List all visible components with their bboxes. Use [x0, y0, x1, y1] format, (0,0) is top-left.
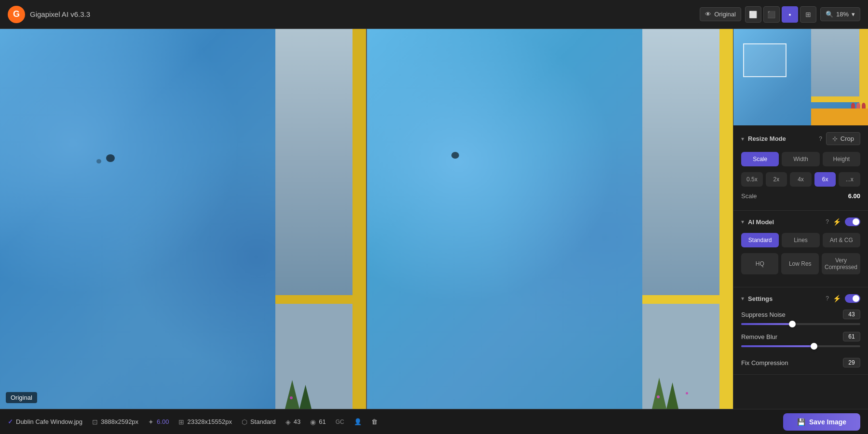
bottom-bar: ✓ Dublin Cafe Window.jpg ⊡ 3888x2592px ✦…: [0, 409, 868, 434]
app-name: Gigapixel AI v6.3.3: [30, 10, 90, 18]
filename: Dublin Cafe Window.jpg: [16, 418, 82, 425]
original-image: [0, 29, 366, 409]
remove-blur-slider: Remove Blur 61: [741, 332, 860, 347]
ai-model-toggle[interactable]: [845, 217, 860, 226]
suppress-noise-slider: Suppress Noise 43: [741, 310, 860, 325]
suppress-noise-value: 43: [843, 310, 860, 319]
image-panel-processed: Standard Updated: [367, 29, 733, 409]
settings-lightning-icon: ⚡: [833, 295, 841, 302]
low-res-model-button[interactable]: Low Res: [781, 253, 818, 274]
image-area: Original: [0, 29, 733, 409]
resize-mode-title: Resize Mode: [748, 135, 815, 142]
zoom-control[interactable]: 🔍 18% ▾: [820, 7, 860, 21]
user-icon-item[interactable]: 👤: [354, 418, 362, 425]
remove-blur-fill: [741, 345, 814, 347]
image-container: Original: [0, 29, 733, 409]
blur-display: 61: [319, 418, 326, 425]
trash-icon[interactable]: 🗑: [371, 418, 378, 425]
main-content: Original: [0, 29, 868, 409]
scale-6x-button[interactable]: 6x: [814, 172, 836, 187]
topbar: G Gigapixel AI v6.3.3 👁 Original ⬜ ⬛ ▪️ …: [0, 0, 868, 29]
settings-toggle[interactable]: [845, 294, 860, 303]
filename-item: ✓ Dublin Cafe Window.jpg: [8, 418, 82, 425]
ai-model-section: ▾ AI Model ? ⚡ Standard Lines Art & CG H…: [733, 211, 868, 287]
view-mode-buttons: ⬜ ⬛ ▪️ ⊞: [745, 6, 816, 23]
view-quad-button[interactable]: ⊞: [800, 6, 816, 23]
topbar-controls: 👁 Original ⬜ ⬛ ▪️ ⊞ 🔍 18% ▾: [700, 6, 860, 23]
noise-display: 43: [294, 418, 300, 425]
zoom-value: 18%: [836, 11, 849, 18]
view-split-v-button[interactable]: ⬛: [763, 6, 780, 23]
scale-mode-button[interactable]: Scale: [741, 152, 779, 166]
original-dims-item: ⊡ 3888x2592px: [92, 418, 138, 426]
ai-model-group-1: Standard Lines Art & CG: [741, 233, 860, 247]
trash-icon-item[interactable]: 🗑: [371, 418, 378, 425]
remove-blur-thumb[interactable]: [811, 343, 817, 350]
app-logo-icon: G: [8, 6, 25, 23]
save-image-button[interactable]: 💾 Save Image: [783, 413, 860, 431]
scale-value-row: Scale 6.00: [741, 192, 860, 200]
suppress-noise-fill: [741, 323, 792, 325]
suppress-noise-thumb[interactable]: [789, 321, 796, 327]
noise-icon: ◈: [285, 418, 291, 426]
resize-mode-section: ▾ Resize Mode ? ⊹ Crop Scale Width Heigh…: [733, 125, 868, 211]
resize-mode-group: Scale Width Height: [741, 152, 860, 166]
eye-icon: 👁: [705, 11, 711, 18]
original-label: Original: [6, 392, 37, 403]
crop-button[interactable]: ⊹ Crop: [826, 132, 860, 145]
collapse-arrow-icon[interactable]: ▾: [741, 136, 744, 142]
collapse-ai-arrow-icon[interactable]: ▾: [741, 218, 744, 225]
image-panel-original: Original: [0, 29, 367, 409]
scale-display: 6.00: [157, 418, 169, 425]
hq-model-button[interactable]: HQ: [741, 253, 778, 274]
ai-model-title: AI Model: [748, 218, 822, 226]
lines-model-button[interactable]: Lines: [782, 233, 819, 247]
user-icon[interactable]: 👤: [354, 418, 362, 425]
scale-4x-button[interactable]: 4x: [790, 172, 812, 187]
view-single-button[interactable]: ⬜: [745, 6, 761, 23]
standard-model-button[interactable]: Standard: [741, 233, 779, 247]
original-dims: 3888x2592px: [101, 418, 138, 425]
suppress-noise-label: Suppress Noise: [741, 311, 786, 318]
right-panel: ▾ Resize Mode ? ⊹ Crop Scale Width Heigh…: [733, 29, 868, 409]
scale-2x-button[interactable]: 2x: [766, 172, 787, 187]
output-dims: 23328x15552px: [187, 418, 232, 425]
image-dims-icon: ⊡: [92, 418, 98, 426]
model-display: Standard: [250, 418, 276, 425]
thumbnail-viewport: [743, 43, 787, 77]
crop-icon: ⊹: [832, 135, 838, 142]
noise-item: ◈ 43: [285, 418, 300, 426]
scale-custom-button[interactable]: ...x: [839, 172, 860, 187]
remove-blur-header: Remove Blur 61: [741, 332, 860, 341]
art-cg-model-button[interactable]: Art & CG: [823, 233, 860, 247]
scale-0-5x-button[interactable]: 0.5x: [741, 172, 763, 187]
height-mode-button[interactable]: Height: [823, 152, 860, 166]
zoom-icon: 🔍: [826, 11, 833, 18]
very-compressed-model-button[interactable]: Very Compressed: [822, 253, 860, 274]
cc-item: GC: [336, 419, 344, 425]
settings-help-icon[interactable]: ?: [826, 295, 829, 302]
remove-blur-track[interactable]: [741, 345, 860, 347]
original-toggle-button[interactable]: 👁 Original: [700, 7, 741, 21]
output-dims-icon: ⊞: [178, 418, 184, 426]
scale-label: Scale: [741, 192, 757, 200]
suppress-noise-track[interactable]: [741, 323, 860, 325]
settings-header: ▾ Settings ? ⚡: [741, 294, 860, 303]
preview-thumbnail: [733, 29, 868, 125]
fix-compression-value: 29: [843, 358, 860, 367]
ai-help-icon[interactable]: ?: [826, 218, 829, 225]
logo-area: G Gigapixel AI v6.3.3: [8, 6, 700, 23]
remove-blur-value: 61: [843, 332, 860, 341]
resize-mode-header: ▾ Resize Mode ? ⊹ Crop: [741, 132, 860, 145]
scale-options-group: 0.5x 2x 4x 6x ...x: [741, 172, 860, 187]
model-icon: ⬡: [242, 418, 247, 426]
settings-section: ▾ Settings ? ⚡ Suppress Noise 43: [733, 287, 868, 375]
scale-value: 6.00: [848, 192, 860, 200]
view-split-h-button[interactable]: ▪️: [782, 6, 798, 23]
ai-model-header: ▾ AI Model ? ⚡: [741, 217, 860, 226]
width-mode-button[interactable]: Width: [782, 152, 819, 166]
processed-image: [367, 29, 733, 409]
help-icon[interactable]: ?: [819, 136, 822, 142]
fix-compression-row: Fix Compression 29: [741, 354, 860, 367]
collapse-settings-arrow-icon[interactable]: ▾: [741, 295, 744, 302]
